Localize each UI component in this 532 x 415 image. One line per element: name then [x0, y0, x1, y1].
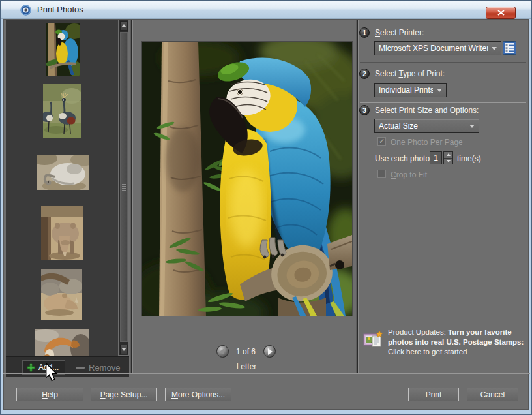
remove-button-label: Remove	[89, 363, 120, 373]
times-suffix-label: time(s)	[457, 154, 481, 163]
thumbnail-macaw[interactable]	[46, 23, 80, 76]
more-options-label: More Options...	[171, 390, 225, 399]
separator-1	[360, 62, 526, 63]
thumbnail-rhino-resting[interactable]	[41, 269, 82, 320]
step-1-badge: 1	[359, 27, 370, 38]
separator-2	[360, 102, 526, 103]
select-type-label: Select Type of Print:	[375, 69, 445, 78]
close-button[interactable]	[486, 7, 516, 19]
divider-right	[356, 20, 359, 373]
step-2-badge: 2	[359, 69, 370, 79]
arrow-up-icon	[121, 24, 126, 27]
stepper-up-button[interactable]	[444, 152, 452, 159]
crop-to-fit-checkbox[interactable]	[377, 170, 386, 178]
thumbnail-dingo[interactable]	[35, 329, 89, 356]
crop-to-fit-label: Crop to Fit	[391, 170, 427, 179]
step-3-badge: 3	[359, 105, 370, 115]
one-photo-per-page-checkbox[interactable]: ✓	[377, 137, 386, 146]
select-size-label: Select Print Size and Options:	[375, 106, 479, 115]
next-photo-button[interactable]	[263, 345, 276, 358]
window-title: Print Photos	[37, 5, 83, 14]
mouse-cursor	[45, 363, 58, 382]
help-button[interactable]: Help	[16, 388, 83, 401]
arrow-right-icon	[268, 348, 273, 355]
print-size-dropdown-value: Actual Size	[379, 121, 466, 131]
help-label: Help	[42, 390, 58, 399]
one-photo-per-page-label: One Photo Per Page	[391, 138, 463, 147]
select-printer-label: Select Printer:	[375, 28, 424, 37]
scrollbar-thumb[interactable]	[120, 32, 128, 342]
promo-prefix: Product Updates:	[388, 328, 448, 336]
grip-dots-icon	[122, 184, 126, 191]
add-remove-bar: Add... Remove	[6, 356, 129, 377]
printer-settings-icon	[503, 40, 516, 55]
thumbnail-ostrich[interactable]	[37, 155, 89, 190]
photo-list	[6, 20, 118, 356]
printer-preferences-button[interactable]	[503, 40, 516, 55]
scroll-down-button[interactable]	[120, 345, 128, 354]
page-setup-button[interactable]: Page Setup...	[91, 388, 157, 401]
print-preview-photo	[141, 41, 353, 316]
stepper-down-button[interactable]	[444, 159, 452, 164]
close-icon	[497, 10, 505, 16]
arrow-left-icon	[220, 348, 224, 355]
copies-stepper	[443, 151, 453, 164]
printer-dropdown[interactable]: Microsoft XPS Document Writer	[374, 41, 501, 55]
scroll-up-button[interactable]	[120, 21, 128, 31]
postage-stamps-icon[interactable]	[363, 330, 384, 350]
minus-icon	[76, 367, 85, 369]
plus-icon	[27, 363, 35, 372]
paper-size-label: Letter	[141, 362, 351, 371]
more-options-button[interactable]: More Options...	[165, 388, 231, 401]
thumbnail-scrollbar	[119, 20, 128, 355]
product-updates-text: Product Updates: Turn your favorite phot…	[388, 328, 526, 357]
divider-left	[130, 20, 133, 373]
arrow-down-icon	[121, 348, 126, 351]
print-button[interactable]: Print	[408, 388, 459, 401]
printer-dropdown-value: Microsoft XPS Document Writer	[379, 44, 488, 53]
print-photos-dialog: Print Photos	[0, 0, 532, 415]
page-indicator: 1 of 6	[228, 347, 263, 356]
page-setup-label: Page Setup...	[100, 390, 148, 399]
titlebar[interactable]: Print Photos	[1, 1, 531, 19]
camera-app-icon	[20, 5, 31, 16]
arrow-up-icon	[447, 153, 451, 156]
print-size-dropdown[interactable]: Actual Size	[374, 119, 479, 133]
previous-photo-button[interactable]	[216, 345, 229, 358]
cancel-button[interactable]: Cancel	[467, 388, 518, 401]
chevron-down-icon	[437, 89, 442, 92]
arrow-down-icon	[447, 160, 451, 162]
thumbnail-rhino-standing[interactable]	[41, 206, 83, 260]
chevron-down-icon	[492, 47, 497, 50]
chevron-down-icon	[469, 125, 475, 128]
print-type-dropdown-value: Individual Prints	[379, 85, 433, 95]
copies-input[interactable]: 1	[430, 151, 442, 164]
promo-link[interactable]: Click here to get started	[388, 347, 526, 357]
print-type-dropdown[interactable]: Individual Prints	[374, 83, 447, 97]
footer-separator	[3, 373, 530, 374]
thumbnail-cranes[interactable]	[43, 84, 81, 138]
use-each-photo-label: Use each photo	[375, 154, 430, 163]
